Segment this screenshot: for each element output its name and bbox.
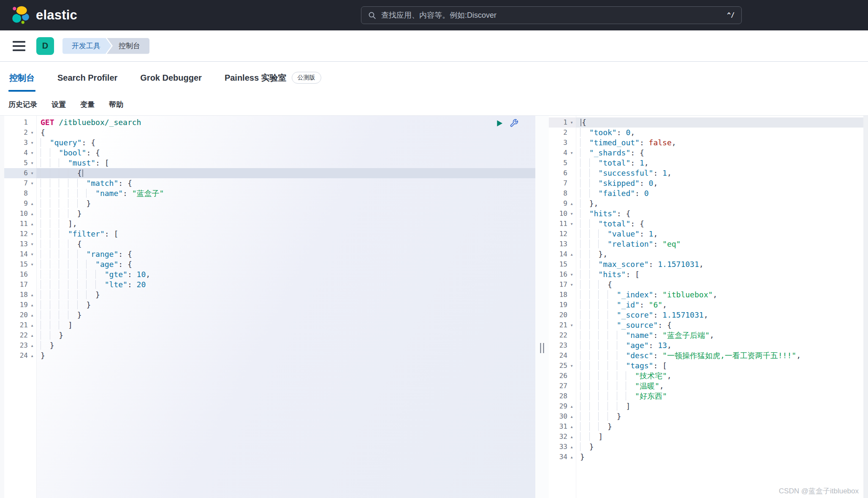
gutter-cell[interactable]: 9▴ — [549, 199, 576, 209]
gutter-cell[interactable]: 14▴ — [549, 249, 576, 259]
code-text[interactable]: "hits": [ — [576, 269, 863, 280]
gutter-cell[interactable]: 20 — [549, 310, 576, 320]
fold-arrow-icon[interactable]: ▾ — [567, 280, 576, 290]
code-text[interactable]: "name": "蓝盒子" — [36, 188, 535, 199]
code-line[interactable]: 12▾ "filter": [ — [4, 229, 535, 239]
gutter-cell[interactable]: 27 — [549, 381, 576, 391]
code-line[interactable]: 11▴ ], — [4, 219, 535, 229]
code-line[interactable]: 5 "total": 1, — [549, 158, 863, 168]
gutter-cell[interactable]: 4▾ — [4, 148, 36, 158]
code-text[interactable]: "must": [ — [36, 158, 535, 168]
code-text[interactable]: "_index": "itbluebox", — [576, 290, 863, 300]
gutter-cell[interactable]: 33▴ — [549, 442, 576, 452]
gutter-cell[interactable]: 12 — [549, 229, 576, 239]
fold-arrow-icon[interactable]: ▾ — [567, 117, 576, 128]
gutter-cell[interactable]: 7▾ — [4, 178, 36, 188]
gutter-cell[interactable]: 16 — [4, 269, 36, 280]
gutter-cell[interactable]: 21▾ — [549, 320, 576, 330]
code-line[interactable]: 9▴ } — [4, 199, 535, 209]
gutter-cell[interactable]: 14▾ — [4, 249, 36, 259]
code-line[interactable]: 32▴ ] — [549, 432, 863, 442]
code-line[interactable]: 3 "timed_out": false, — [549, 138, 863, 148]
gutter-cell[interactable]: 1▾ — [549, 117, 576, 128]
code-text[interactable]: "_id": "6", — [576, 300, 863, 310]
code-line[interactable]: 13 "relation": "eq" — [549, 239, 863, 249]
gutter-cell[interactable]: 5 — [549, 158, 576, 168]
fold-arrow-icon[interactable]: ▾ — [28, 148, 36, 158]
response-editor[interactable]: 1▾{2 "took": 0,3 "timed_out": false,4▾ "… — [549, 116, 863, 498]
fold-arrow-icon[interactable]: ▾ — [28, 239, 36, 249]
code-line[interactable]: 21▾ "_source": { — [549, 320, 863, 330]
gutter-cell[interactable]: 17 — [4, 280, 36, 290]
code-line[interactable]: 28 "好东西" — [549, 391, 863, 401]
fold-arrow-icon[interactable]: ▴ — [567, 199, 576, 209]
fold-arrow-icon[interactable]: ▾ — [28, 178, 36, 188]
fold-arrow-icon[interactable]: ▴ — [567, 452, 576, 462]
fold-arrow-icon[interactable]: ▴ — [567, 411, 576, 422]
code-text[interactable]: "timed_out": false, — [576, 138, 863, 148]
code-line[interactable]: 30▴ } — [549, 411, 863, 422]
code-line[interactable]: 14▴ }, — [549, 249, 863, 259]
gutter-cell[interactable]: 25▾ — [549, 361, 576, 371]
code-text[interactable]: } — [576, 411, 863, 422]
gutter-cell[interactable]: 7 — [549, 178, 576, 188]
code-text[interactable]: "bool": { — [36, 148, 535, 158]
code-line[interactable]: 19 "_id": "6", — [549, 300, 863, 310]
code-line[interactable]: 2 "took": 0, — [549, 128, 863, 138]
fold-arrow-icon[interactable]: ▴ — [567, 249, 576, 259]
fold-arrow-icon[interactable]: ▴ — [28, 320, 36, 330]
fold-arrow-icon[interactable]: ▴ — [28, 351, 36, 361]
gutter-cell[interactable]: 9▴ — [4, 199, 36, 209]
gutter-cell[interactable]: 23 — [549, 340, 576, 351]
fold-arrow-icon[interactable]: ▴ — [28, 209, 36, 219]
fold-arrow-icon[interactable]: ▾ — [28, 229, 36, 239]
code-line[interactable]: 17 "lte": 20 — [4, 280, 535, 290]
code-line[interactable]: 7▾ "match": { — [4, 178, 535, 188]
code-line[interactable]: 22▴ } — [4, 330, 535, 340]
fold-arrow-icon[interactable]: ▾ — [28, 128, 36, 138]
code-line[interactable]: 1▾{ — [549, 117, 863, 128]
space-avatar[interactable]: D — [36, 37, 54, 55]
gutter-cell[interactable]: 18▴ — [4, 290, 36, 300]
code-text[interactable]: "技术宅", — [576, 371, 863, 381]
gutter-cell[interactable]: 10▴ — [4, 209, 36, 219]
gutter-cell[interactable]: 4▾ — [549, 148, 576, 158]
code-text[interactable]: "failed": 0 — [576, 188, 863, 199]
gutter-cell[interactable]: 17▾ — [549, 280, 576, 290]
code-line[interactable]: 24 "desc": "一顿操作猛如虎,一看工资两千五!!!", — [549, 351, 863, 361]
code-text[interactable]: "match": { — [36, 178, 535, 188]
code-line[interactable]: 34▴} — [549, 452, 863, 462]
code-text[interactable]: } — [36, 340, 535, 351]
tab-console[interactable]: 控制台 — [8, 62, 35, 94]
panel-divider[interactable] — [535, 116, 549, 498]
code-line[interactable]: 23 "age": 13, — [549, 340, 863, 351]
code-text[interactable]: ] — [36, 320, 535, 330]
fold-arrow-icon[interactable]: ▾ — [28, 168, 36, 178]
fold-arrow-icon[interactable]: ▾ — [567, 269, 576, 280]
fold-arrow-icon[interactable]: ▴ — [567, 432, 576, 442]
code-text[interactable]: "query": { — [36, 138, 535, 148]
gutter-cell[interactable]: 20▴ — [4, 310, 36, 320]
fold-arrow-icon[interactable]: ▾ — [28, 138, 36, 148]
gutter-cell[interactable]: 34▴ — [549, 452, 576, 462]
gutter-cell[interactable]: 13 — [549, 239, 576, 249]
gutter-cell[interactable]: 3▾ — [4, 138, 36, 148]
code-line[interactable]: 20▴ } — [4, 310, 535, 320]
code-text[interactable]: { — [36, 239, 535, 249]
code-line[interactable]: 12 "value": 1, — [549, 229, 863, 239]
resize-handle-icon[interactable] — [540, 343, 544, 353]
request-code[interactable]: 1GET /itbluebox/_search2▾{3▾ "query": {4… — [4, 117, 535, 361]
code-text[interactable]: "age": 13, — [576, 340, 863, 351]
response-code[interactable]: 1▾{2 "took": 0,3 "timed_out": false,4▾ "… — [549, 117, 863, 462]
code-text[interactable]: "value": 1, — [576, 229, 863, 239]
send-request-button[interactable] — [495, 119, 504, 128]
gutter-cell[interactable]: 11▾ — [549, 219, 576, 229]
fold-arrow-icon[interactable]: ▴ — [28, 300, 36, 310]
gutter-cell[interactable]: 15▾ — [4, 259, 36, 269]
gutter-cell[interactable]: 2 — [549, 128, 576, 138]
fold-arrow-icon[interactable]: ▴ — [567, 442, 576, 452]
menu-hamburger-icon[interactable] — [13, 41, 25, 51]
code-text[interactable]: "好东西" — [576, 391, 863, 401]
code-line[interactable]: 4▾ "bool": { — [4, 148, 535, 158]
toolbar-settings[interactable]: 设置 — [52, 100, 66, 109]
